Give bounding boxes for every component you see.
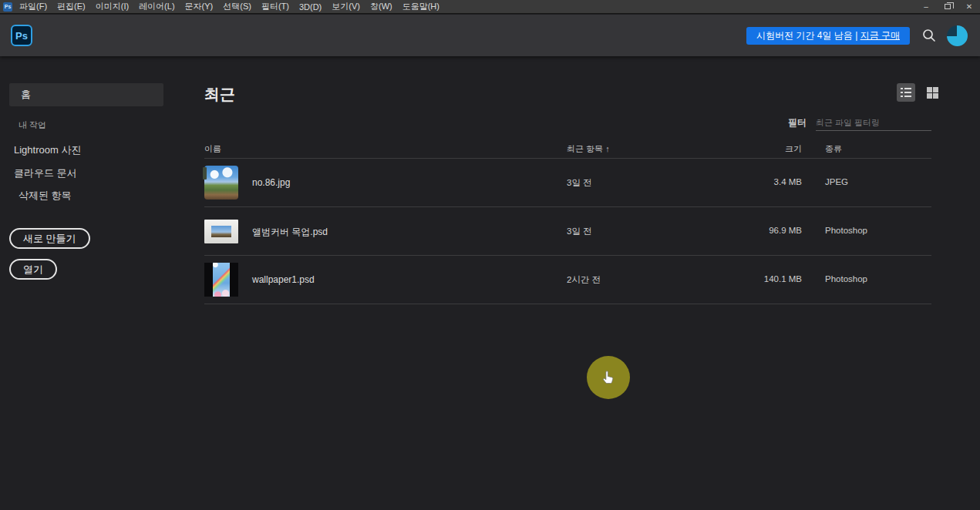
minimize-button[interactable]: – — [915, 0, 937, 14]
menu-filter[interactable]: 필터(T) — [261, 1, 289, 12]
window-title-bar: Ps 파일(F) 편집(E) 이미지(I) 레이어(L) 문자(Y) 선택(S)… — [0, 0, 980, 14]
photoshop-logo: Ps — [11, 25, 32, 46]
file-recent: 2시간 전 — [567, 274, 601, 286]
ps-taskbar-icon: Ps — [3, 2, 12, 12]
trial-banner[interactable]: 시험버전 기간 4일 남음 | 지금 구매 — [746, 27, 910, 45]
menu-view[interactable]: 보기(V) — [332, 1, 360, 12]
restore-button[interactable] — [937, 0, 958, 14]
divider — [204, 304, 931, 304]
file-thumbnail-no86 — [204, 166, 238, 200]
column-header-size[interactable]: 크기 — [744, 143, 802, 155]
page-title: 최근 — [204, 84, 235, 105]
file-type: JPEG — [825, 177, 848, 186]
sort-ascending-icon: ↑ — [605, 144, 610, 153]
trial-text: 시험버전 기간 4일 남음 | — [756, 29, 860, 42]
menu-select[interactable]: 선택(S) — [223, 1, 251, 12]
file-name: wallpaper1.psd — [252, 274, 315, 285]
grid-view-icon — [927, 87, 938, 99]
file-size: 140.1 MB — [744, 274, 802, 284]
restore-icon — [945, 4, 951, 9]
menu-image[interactable]: 이미지(I) — [96, 1, 129, 12]
file-size: 3.4 MB — [744, 177, 802, 186]
list-view-button[interactable] — [897, 83, 915, 102]
column-header-type[interactable]: 종류 — [825, 143, 842, 155]
file-row-album-cover[interactable]: 앨범커버 목업.psd 3일 전 96.9 MB Photoshop — [204, 207, 931, 255]
open-button[interactable]: 열기 — [9, 259, 57, 280]
file-type: Photoshop — [825, 226, 867, 235]
file-row-no86[interactable]: no.86.jpg 3일 전 3.4 MB JPEG — [204, 159, 931, 206]
column-header-name[interactable]: 이름 — [204, 143, 221, 155]
sidebar-item-lightroom-photos[interactable]: Lightroom 사진 — [14, 143, 81, 157]
sidebar-item-cloud-documents[interactable]: 클라우드 문서 — [14, 166, 77, 180]
sidebar-item-home[interactable]: 홈 — [9, 83, 163, 106]
app-bar: Ps 시험버전 기간 4일 남음 | 지금 구매 — [0, 15, 980, 56]
view-toggle — [897, 83, 941, 102]
window-controls: – ✕ — [915, 0, 980, 14]
click-highlight-cursor — [587, 356, 630, 399]
close-button[interactable]: ✕ — [958, 0, 980, 14]
menu-window[interactable]: 창(W) — [370, 1, 392, 12]
buy-now-link[interactable]: 지금 구매 — [860, 29, 900, 42]
file-name: 앨범커버 목업.psd — [252, 226, 328, 239]
search-button[interactable] — [916, 24, 942, 47]
menu-help[interactable]: 도움말(H) — [402, 1, 439, 12]
file-name: no.86.jpg — [252, 177, 290, 188]
menu-type[interactable]: 문자(Y) — [185, 1, 214, 12]
account-avatar[interactable] — [947, 25, 968, 46]
file-recent: 3일 전 — [567, 177, 592, 189]
filter-row: 필터 — [185, 116, 980, 136]
search-icon — [922, 29, 936, 42]
sidebar-section-my-work: 내 작업 — [19, 119, 46, 131]
file-thumbnail-album-cover — [204, 220, 238, 243]
grid-view-button[interactable] — [923, 83, 941, 102]
create-new-button[interactable]: 새로 만들기 — [9, 228, 90, 249]
menu-3d[interactable]: 3D(D) — [299, 2, 322, 12]
file-row-wallpaper1[interactable]: wallpaper1.psd 2시간 전 140.1 MB Photoshop — [204, 256, 931, 304]
recent-files-panel: 최근 필터 이름 최근 항목 ↑ 크기 종류 no.86.jpg 3일 전 3.… — [185, 56, 980, 510]
file-type: Photoshop — [825, 274, 867, 284]
menu-edit[interactable]: 편집(E) — [57, 1, 86, 12]
menu-file[interactable]: 파일(F) — [19, 1, 47, 12]
filter-input[interactable] — [816, 114, 931, 131]
table-header: 이름 최근 항목 ↑ 크기 종류 — [204, 143, 931, 159]
file-size: 96.9 MB — [744, 226, 802, 235]
hand-cursor-icon — [600, 369, 617, 386]
sidebar-item-deleted[interactable]: 삭제된 항목 — [19, 189, 72, 203]
file-recent: 3일 전 — [567, 226, 592, 237]
filter-label: 필터 — [788, 116, 807, 129]
home-sidebar: 홈 내 작업 Lightroom 사진 클라우드 문서 삭제된 항목 새로 만들… — [0, 56, 185, 510]
list-view-icon — [901, 88, 911, 97]
file-thumbnail-wallpaper1 — [204, 263, 238, 297]
column-header-recent[interactable]: 최근 항목 ↑ — [567, 143, 610, 155]
menu-layer[interactable]: 레이어(L) — [139, 1, 174, 12]
